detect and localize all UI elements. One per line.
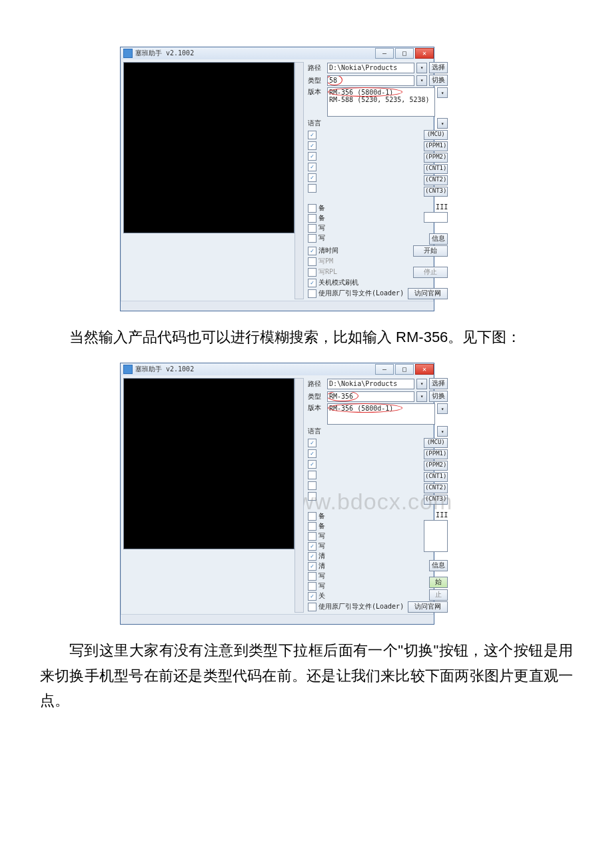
- start-button[interactable]: 始: [429, 577, 448, 588]
- list-item[interactable]: RM-588 (5230, 5235, 5238): [329, 96, 433, 103]
- maximize-button[interactable]: □: [395, 364, 414, 375]
- checkbox[interactable]: ✓: [308, 592, 316, 601]
- path-input[interactable]: D:\Nokia\Products: [327, 63, 414, 73]
- select-button[interactable]: 选择: [429, 378, 448, 389]
- minimize-button[interactable]: –: [375, 48, 394, 59]
- switch-button[interactable]: 切换: [429, 391, 448, 402]
- preview-scrollbar[interactable]: [295, 62, 304, 299]
- file-button-mcu[interactable]: (MCU): [424, 130, 448, 140]
- write-pm-label: 写PM: [318, 257, 333, 266]
- file-button-cnt2[interactable]: (CNT2): [424, 175, 448, 185]
- screenshot-2: www.bdocx.com 塞班助手 v2.1002 – □ ✕ 路径: [120, 363, 613, 625]
- path-dropdown-icon[interactable]: ▾: [416, 63, 427, 73]
- checkbox[interactable]: [308, 572, 316, 581]
- checkbox[interactable]: [308, 492, 316, 501]
- paragraph-1: 当然输入产品代码也可以进行模糊搜索，比如输入 RM-356。见下图：: [40, 325, 573, 349]
- type-dropdown-icon[interactable]: ▾: [416, 75, 427, 86]
- preview-pane: [123, 378, 295, 549]
- app-window: 塞班助手 v2.1002 – □ ✕ 路径 D:\Nokia\Products …: [120, 363, 434, 625]
- file-button-ppm1[interactable]: (PPM1): [424, 141, 448, 151]
- stop-button[interactable]: 止: [429, 589, 448, 601]
- checkbox[interactable]: [308, 214, 316, 223]
- language-dropdown-icon[interactable]: ▾: [437, 118, 448, 129]
- small-input[interactable]: [424, 520, 448, 552]
- checkbox[interactable]: [308, 512, 316, 521]
- list-item[interactable]: RM-356 (5800d-1): [329, 405, 393, 412]
- write-rpl-label: 写RPL: [318, 267, 337, 277]
- checkbox[interactable]: [308, 582, 316, 591]
- checkbox[interactable]: ✓: [308, 460, 316, 469]
- use-loader-checkbox[interactable]: [308, 289, 316, 298]
- version-listbox[interactable]: RM-356 (5800d-1): [327, 403, 435, 425]
- checkbox[interactable]: ✓: [308, 542, 316, 551]
- checkbox[interactable]: [308, 184, 316, 193]
- maximize-button[interactable]: □: [395, 48, 414, 59]
- info-button[interactable]: 信息: [429, 560, 448, 571]
- file-button-ppm1[interactable]: (PPM1): [424, 449, 448, 459]
- close-button[interactable]: ✕: [415, 48, 434, 59]
- checkbox[interactable]: [308, 471, 316, 479]
- visit-site-button[interactable]: 访问官网: [408, 601, 448, 613]
- checkbox[interactable]: [308, 522, 316, 531]
- clear-time-label: 清时间: [318, 246, 338, 255]
- path-label: 路径: [308, 379, 325, 389]
- file-button-cnt2[interactable]: (CNT2): [424, 483, 448, 493]
- list-item[interactable]: RM-356 (5800d-1): [329, 89, 393, 96]
- clear-time-checkbox[interactable]: ✓: [308, 247, 316, 255]
- checkbox[interactable]: ✓: [308, 173, 316, 182]
- status-bar: [121, 301, 434, 311]
- checkbox[interactable]: ✓: [308, 152, 316, 161]
- preview-scrollbar[interactable]: [295, 378, 304, 613]
- version-label: 版本: [308, 403, 325, 413]
- version-dropdown-icon[interactable]: ▾: [437, 87, 448, 98]
- path-label: 路径: [308, 63, 325, 73]
- type-label: 类型: [308, 392, 325, 401]
- checkbox[interactable]: [308, 234, 316, 243]
- checkbox[interactable]: ✓: [308, 562, 316, 571]
- checkbox[interactable]: [308, 481, 316, 490]
- type-input[interactable]: RM-356: [327, 391, 414, 402]
- status-bar: [121, 614, 434, 624]
- checkbox[interactable]: ✓: [308, 449, 316, 458]
- checkbox[interactable]: ✓: [308, 163, 316, 171]
- file-button-mcu[interactable]: (MCU): [424, 438, 448, 448]
- path-dropdown-icon[interactable]: ▾: [416, 379, 427, 389]
- minimize-button[interactable]: –: [375, 364, 394, 375]
- screenshot-1: 塞班助手 v2.1002 – □ ✕ 路径 D:\Nokia\Products …: [120, 47, 613, 311]
- language-dropdown-icon[interactable]: ▾: [437, 426, 448, 437]
- app-window: 塞班助手 v2.1002 – □ ✕ 路径 D:\Nokia\Products …: [120, 47, 434, 311]
- path-input[interactable]: D:\Nokia\Products: [327, 379, 414, 389]
- select-button[interactable]: 选择: [429, 62, 448, 73]
- type-dropdown-icon[interactable]: ▾: [416, 391, 427, 402]
- file-button-cnt1[interactable]: (CNT1): [424, 164, 448, 174]
- file-button-cnt1[interactable]: (CNT1): [424, 472, 448, 482]
- checkbox[interactable]: [308, 224, 316, 233]
- iii-label: III: [436, 511, 448, 519]
- start-button[interactable]: 开始: [413, 245, 448, 257]
- file-button-cnt3[interactable]: (CNT3): [424, 187, 448, 197]
- write-rpl-checkbox[interactable]: [308, 268, 316, 277]
- version-dropdown-icon[interactable]: ▾: [437, 403, 448, 414]
- version-listbox[interactable]: RM-356 (5800d-1) RM-588 (5230, 5235, 523…: [327, 87, 435, 117]
- titlebar: 塞班助手 v2.1002 – □ ✕: [121, 363, 434, 375]
- stop-button[interactable]: 停止: [413, 267, 448, 278]
- use-loader-checkbox[interactable]: [308, 603, 316, 611]
- file-button-ppm2[interactable]: (PPM2): [424, 461, 448, 471]
- shutdown-flash-label: 关机模式刷机: [318, 278, 358, 287]
- info-button[interactable]: 信息: [429, 233, 448, 245]
- shutdown-flash-checkbox[interactable]: ✓: [308, 279, 316, 287]
- checkbox[interactable]: ✓: [308, 141, 316, 150]
- file-button-ppm2[interactable]: (PPM2): [424, 153, 448, 163]
- small-input[interactable]: [424, 212, 448, 223]
- visit-site-button[interactable]: 访问官网: [408, 288, 448, 299]
- write-pm-checkbox[interactable]: [308, 257, 316, 266]
- type-input[interactable]: 58: [327, 75, 414, 86]
- file-button-cnt3[interactable]: (CNT3): [424, 495, 448, 505]
- checkbox[interactable]: [308, 204, 316, 213]
- checkbox[interactable]: ✓: [308, 552, 316, 561]
- checkbox[interactable]: ✓: [308, 131, 316, 139]
- switch-button[interactable]: 切换: [429, 75, 448, 86]
- close-button[interactable]: ✕: [415, 364, 434, 375]
- checkbox[interactable]: ✓: [308, 439, 316, 447]
- checkbox[interactable]: [308, 532, 316, 541]
